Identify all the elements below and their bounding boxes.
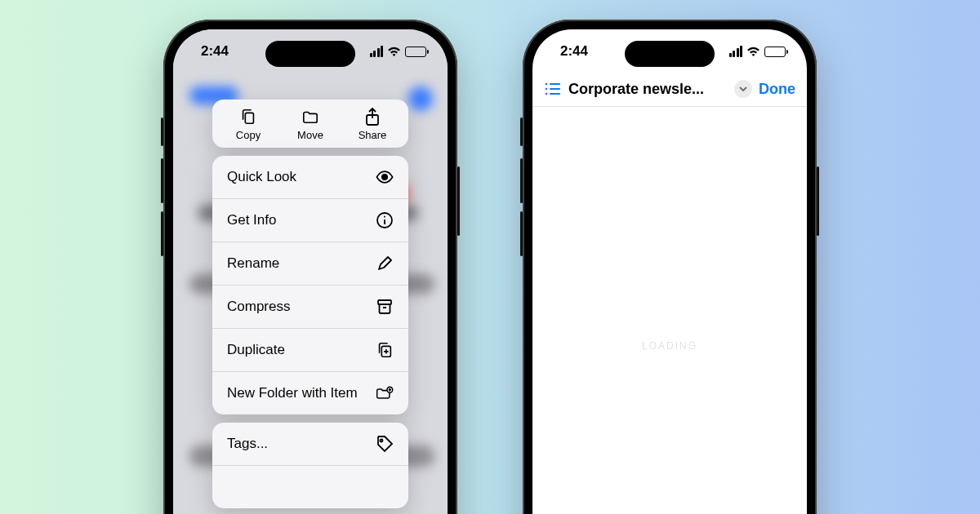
menu-item-cutoff[interactable]: x [212, 465, 408, 508]
svg-point-9 [546, 83, 548, 86]
svg-point-8 [381, 440, 383, 442]
share-icon [363, 108, 381, 126]
copy-icon [239, 108, 257, 126]
document-body: LOADING [532, 107, 807, 514]
done-button[interactable]: Done [759, 81, 795, 98]
document-nav-bar: Corporate newsle... Done [532, 73, 807, 107]
copy-action[interactable]: Copy [220, 108, 277, 141]
menu-item-rename[interactable]: Rename [212, 241, 408, 285]
svg-point-10 [546, 88, 548, 91]
wifi-icon [387, 47, 401, 57]
cellular-icon [370, 46, 384, 57]
menu-item-new-folder[interactable]: New Folder with Item [212, 371, 408, 414]
folder-icon [301, 108, 319, 126]
svg-point-2 [382, 175, 387, 179]
tag-icon [376, 435, 394, 453]
menu-item-quick-look[interactable]: Quick Look [212, 156, 408, 198]
loading-label: LOADING [642, 340, 697, 352]
move-action[interactable]: Move [282, 108, 339, 141]
copy-label: Copy [236, 129, 261, 141]
svg-point-4 [384, 216, 385, 218]
svg-rect-0 [245, 113, 253, 123]
share-action[interactable]: Share [344, 108, 401, 141]
archive-icon [376, 298, 394, 316]
cellular-icon [729, 46, 743, 57]
menu-item-tags[interactable]: Tags... [212, 423, 408, 465]
info-icon [376, 211, 394, 229]
title-dropdown[interactable] [734, 80, 752, 98]
svg-rect-5 [378, 300, 391, 304]
duplicate-icon [376, 341, 394, 359]
menu-item-duplicate[interactable]: Duplicate [212, 328, 408, 371]
eye-icon [376, 168, 394, 186]
context-menu: Copy Move Share [212, 100, 408, 508]
iphone-left: 2:44 Copy [163, 20, 457, 514]
pencil-icon [376, 255, 394, 273]
battery-icon [405, 47, 426, 57]
share-label: Share [359, 129, 387, 141]
iphone-right: 2:44 Corporate newsle... Done [523, 20, 817, 514]
menu-item-get-info[interactable]: Get Info [212, 198, 408, 241]
menu-item-compress[interactable]: Compress [212, 285, 408, 328]
documents-list-icon[interactable] [544, 82, 562, 96]
status-time: 2:44 [560, 43, 588, 60]
wifi-icon [746, 47, 760, 57]
document-title: Corporate newsle... [568, 81, 728, 98]
status-time: 2:44 [201, 43, 229, 60]
battery-icon [764, 47, 786, 57]
move-label: Move [297, 129, 323, 141]
dynamic-island [265, 41, 355, 67]
folder-plus-icon [376, 384, 394, 402]
dynamic-island [625, 41, 715, 67]
svg-point-11 [546, 93, 548, 95]
